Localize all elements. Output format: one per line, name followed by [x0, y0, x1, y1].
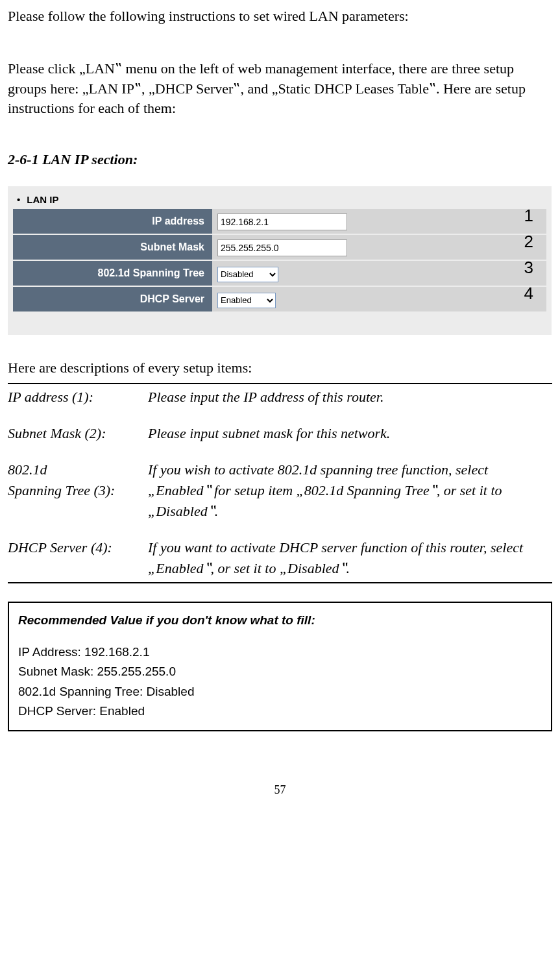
ip-address-input[interactable]	[217, 214, 347, 230]
desc-label-2: Subnet Mask (2):	[8, 423, 148, 444]
annotation-1: 1	[524, 206, 533, 226]
annotation-3: 3	[524, 258, 533, 278]
desc-subnet-mask: Subnet Mask (2): Please input subnet mas…	[8, 423, 552, 444]
label-subnet-mask: Subnet Mask	[13, 234, 212, 260]
recommended-title: Recommended Value if you don't know what…	[18, 611, 542, 630]
desc-value-1: Please input the IP address of this rout…	[148, 387, 552, 408]
rec-line-2: Subnet Mask: 255.255.255.0	[18, 662, 542, 681]
desc-label-1: IP address (1):	[8, 387, 148, 408]
row-dhcp-server: DHCP Server Enabled	[13, 286, 546, 312]
rec-line-3: 802.1d Spanning Tree: Disabled	[18, 682, 542, 702]
row-spanning-tree: 802.1d Spanning Tree Disabled	[13, 260, 546, 286]
label-dhcp-server: DHCP Server	[13, 286, 212, 312]
desc-dhcp-server: DHCP Server (4): If you want to activate…	[8, 537, 552, 579]
desc-ip-address: IP address (1): Please input the IP addr…	[8, 387, 552, 408]
rec-line-1: IP Address: 192.168.2.1	[18, 642, 542, 662]
label-spanning-tree: 802.1d Spanning Tree	[13, 260, 212, 286]
descriptions-intro: Here are descriptions of every setup ite…	[8, 360, 552, 376]
desc-value-2: Please input subnet mask for this networ…	[148, 423, 552, 444]
desc-spanning-tree: 802.1d Spanning Tree (3): If you wish to…	[8, 459, 552, 522]
dhcp-server-select[interactable]: Enabled	[217, 293, 276, 308]
desc-value-3: If you wish to activate 802.1d spanning …	[148, 459, 552, 522]
spanning-tree-select[interactable]: Disabled	[217, 267, 278, 282]
row-subnet-mask: Subnet Mask	[13, 234, 546, 260]
subnet-mask-input[interactable]	[217, 239, 347, 256]
annotation-2: 2	[524, 232, 533, 252]
intro-paragraph-2: Please click „LAN‟ menu on the left of w…	[8, 59, 552, 119]
desc-label-3: 802.1d Spanning Tree (3):	[8, 459, 148, 522]
row-ip-address: IP address	[13, 209, 546, 234]
section-heading: 2-6-1 LAN IP section:	[8, 151, 552, 168]
annotation-4: 4	[524, 284, 533, 304]
label-ip-address: IP address	[13, 209, 212, 234]
lan-ip-screenshot: LAN IP IP address Subnet Mask 802.1d Spa…	[8, 186, 552, 335]
divider-top	[8, 383, 552, 384]
rec-line-4: DHCP Server: Enabled	[18, 702, 542, 721]
divider-bottom	[8, 582, 552, 583]
intro-paragraph-1: Please follow the following instructions…	[8, 6, 552, 27]
desc-label-4: DHCP Server (4):	[8, 537, 148, 579]
page-number: 57	[8, 783, 552, 797]
recommended-box: Recommended Value if you don't know what…	[8, 602, 552, 731]
desc-value-4: If you want to activate DHCP server func…	[148, 537, 552, 579]
lan-ip-header: LAN IP	[17, 194, 546, 205]
